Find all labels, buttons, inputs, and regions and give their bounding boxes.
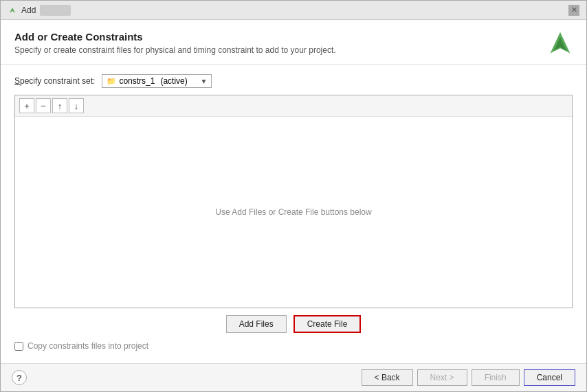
folder-icon: 📁: [107, 77, 116, 86]
copy-constraints-label[interactable]: Copy constraints files into project: [27, 341, 148, 351]
remove-file-toolbar-button[interactable]: −: [36, 98, 51, 113]
file-list-empty-message: Use Add Files or Create File buttons bel…: [215, 207, 371, 217]
file-list-area: Use Add Files or Create File buttons bel…: [15, 117, 572, 308]
cancel-label: Cancel: [537, 373, 562, 382]
finish-button[interactable]: Finish: [472, 369, 520, 386]
constraint-set-label: Specify constraint set:: [14, 76, 95, 86]
title-bar: Add ✕: [1, 1, 586, 20]
svg-marker-0: [10, 8, 15, 13]
move-down-button[interactable]: ↓: [69, 98, 84, 113]
constraint-set-row: Specify constraint set: 📁 constrs_1 (act…: [14, 74, 573, 88]
dialog-subtitle: Specify or create constraint files for p…: [14, 45, 336, 55]
body-section: Specify constraint set: 📁 constrs_1 (act…: [1, 65, 586, 363]
footer-left: ?: [12, 370, 27, 385]
footer-right: < Back Next > Finish Cancel: [362, 369, 575, 386]
back-button[interactable]: < Back: [362, 369, 413, 386]
title-bar-left: Add: [8, 5, 71, 16]
help-icon: ?: [16, 373, 22, 383]
dropdown-inner: 📁 constrs_1 (active): [107, 76, 187, 86]
add-files-button[interactable]: Add Files: [226, 315, 287, 333]
dropdown-arrow-icon: ▼: [201, 78, 208, 85]
file-toolbar: + − ↑ ↓: [15, 95, 572, 117]
constraint-set-active: (active): [160, 76, 187, 86]
create-file-button[interactable]: Create File: [294, 315, 362, 333]
cancel-button[interactable]: Cancel: [524, 369, 575, 386]
title-placeholder: [40, 5, 71, 16]
up-icon: ↑: [58, 101, 63, 111]
add-files-label: Add Files: [239, 319, 274, 329]
close-button[interactable]: ✕: [568, 5, 579, 16]
next-button[interactable]: Next >: [417, 369, 467, 386]
file-panel: + − ↑ ↓ Use Add Files or Create File but…: [14, 95, 573, 308]
next-label: Next >: [430, 373, 454, 382]
add-icon: +: [24, 101, 30, 111]
dialog-title: Add or Create Constraints: [14, 31, 336, 43]
copy-checkbox-row: Copy constraints files into project: [14, 337, 573, 354]
finish-label: Finish: [485, 373, 507, 382]
title-text: Add: [21, 5, 36, 15]
constraint-set-value: constrs_1: [119, 76, 155, 86]
footer-section: ? < Back Next > Finish Cancel: [1, 363, 586, 391]
logo-icon: [548, 31, 573, 56]
close-icon: ✕: [571, 5, 577, 14]
move-up-button[interactable]: ↑: [52, 98, 67, 113]
header-section: Add or Create Constraints Specify or cre…: [1, 20, 586, 65]
remove-icon: −: [41, 101, 46, 111]
copy-constraints-checkbox[interactable]: [14, 342, 23, 351]
action-buttons-row: Add Files Create File: [14, 308, 573, 337]
header-content: Add or Create Constraints Specify or cre…: [14, 31, 336, 55]
dialog: Add ✕ Add or Create Constraints Specify …: [0, 0, 587, 392]
add-file-toolbar-button[interactable]: +: [19, 98, 34, 113]
constraint-set-dropdown[interactable]: 📁 constrs_1 (active) ▼: [102, 74, 212, 88]
help-button[interactable]: ?: [12, 370, 27, 385]
down-icon: ↓: [74, 101, 79, 111]
app-icon: [8, 5, 17, 15]
create-file-label: Create File: [307, 319, 348, 329]
back-label: < Back: [375, 373, 400, 382]
